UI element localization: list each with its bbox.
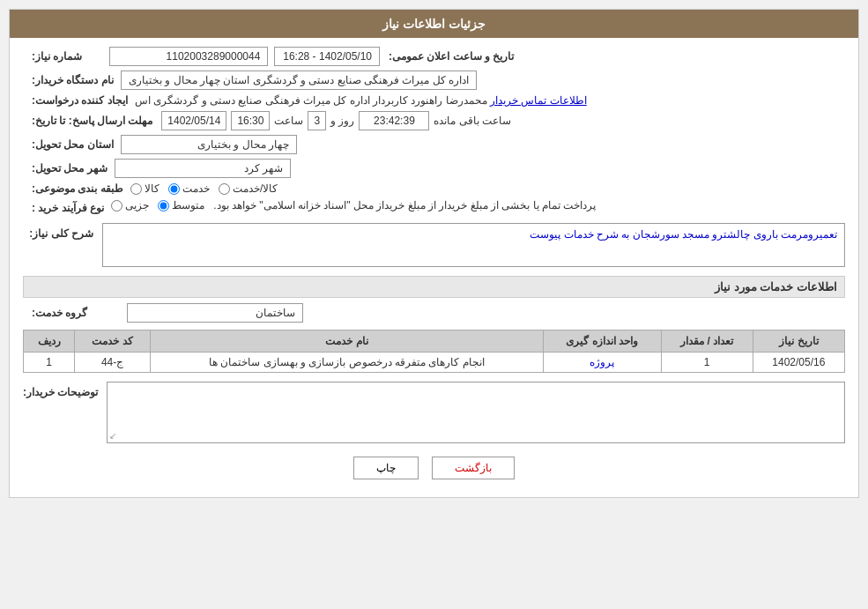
province-label: استان محل تحویل: [32,138,114,151]
col-date: تاریخ نیاز [753,330,844,353]
buttons-row: بازگشت چاپ [23,457,845,479]
category-khadamat-label: خدمت [182,182,210,195]
col-quantity: تعداد / مقدار [661,330,753,353]
remaining-label: ساعت باقی مانده [434,115,511,127]
resize-indicator: ↙ [109,431,116,441]
announce-date-label: تاریخ و ساعت اعلان عمومی: [389,50,514,63]
cell-row-num: 1 [24,353,75,373]
days-value: 3 [308,111,326,130]
services-table: تاریخ نیاز تعداد / مقدار واحد اندازه گیر… [23,330,845,373]
proc-jozvi-label: جزیی [125,199,149,212]
need-number-label: شماره نیاز: [32,50,102,63]
need-number-value: 1102003289000044 [109,47,268,66]
category-group: کالا/خدمت خدمت کالا [130,182,278,195]
cell-date: 1402/05/16 [753,353,844,373]
cell-service-code: ج-44 [75,353,151,373]
print-button[interactable]: چاپ [353,457,419,479]
announce-date-value: 1402/05/10 - 16:28 [274,47,380,66]
proc-motavasset-radio[interactable] [158,200,169,212]
category-kala-label: کالا [145,182,160,195]
buyer-org-label: نام دستگاه خریدار: [32,74,114,86]
category-kala-khadamat[interactable]: کالا/خدمت [219,182,278,195]
cell-quantity: 1 [661,353,753,373]
page-header: جزئیات اطلاعات نیاز [10,10,858,38]
description-value: تعمیرومرمت باروی چالشترو مسجد سورشجان به… [530,228,837,241]
category-kala-khadamat-radio[interactable] [219,183,230,195]
city-value: شهر کرد [115,159,291,178]
category-label: طبقه بندی موضوعی: [32,182,123,195]
days-label: روز و [330,115,354,127]
category-khadamat-radio[interactable] [168,183,180,195]
contact-link[interactable]: اطلاعات تماس خریدار [490,94,587,107]
procurement-label: نوع فرآیند خرید : [32,202,104,214]
page-title: جزئیات اطلاعات نیاز [382,17,486,31]
proc-jozvi-radio[interactable] [111,200,122,212]
category-kala-radio[interactable] [130,183,142,195]
creator-value: محمدرضا راهنورد کاربردار اداره کل میراث … [135,94,487,107]
category-kala[interactable]: کالا [130,182,160,195]
services-section-title: اطلاعات خدمات مورد نیاز [23,276,845,298]
reply-deadline-label: مهلت ارسال پاسخ: تا تاریخ: [32,115,152,127]
col-service-code: کد خدمت [75,330,151,353]
city-label: شهر محل تحویل: [32,162,108,175]
col-unit: واحد اندازه گیری [544,330,662,353]
proc-motavasset[interactable]: متوسط [158,199,204,212]
cell-unit: پروژه [544,353,662,373]
group-value: ساختمان [127,303,303,323]
time-value: 16:30 [231,111,270,130]
buyer-notes-label: توضیحات خریدار: [23,382,98,398]
back-button[interactable]: بازگشت [432,457,515,479]
procurement-group: پرداخت تمام یا بخشی از مبلغ خریدار از مب… [111,199,596,212]
col-service-name: نام خدمت [150,330,543,353]
province-value: چهار محال و بختیاری [121,135,297,154]
group-label: گروه خدمت: [32,307,102,319]
description-label: شرح کلی نیاز: [32,223,93,240]
remaining-value: 23:42:39 [359,111,429,130]
category-khadamat[interactable]: خدمت [168,182,210,195]
creator-label: ایجاد کننده درخواست: [32,94,128,107]
time-label: ساعت [274,115,303,127]
buyer-org-value: اداره کل میراث فرهنگی صنایع دستی و گردشگ… [121,71,477,90]
table-row: 1402/05/16 1 پروژه انجام کارهای متفرقه د… [24,353,845,373]
reply-date-value: 1402/05/14 [161,111,226,130]
description-box: تعمیرومرمت باروی چالشترو مسجد سورشجان به… [102,223,845,267]
category-kala-khadamat-label: کالا/خدمت [233,182,278,195]
cell-service-name: انجام کارهای متفرقه درخصوص بازسازی و بهس… [150,353,543,373]
proc-jozvi[interactable]: جزیی [111,199,149,212]
proc-motavasset-label: متوسط [172,199,204,212]
col-row-num: ردیف [24,330,75,353]
proc-text: پرداخت تمام یا بخشی از مبلغ خریدار از مب… [213,199,596,212]
buyer-notes-box: ↙ [107,382,845,443]
